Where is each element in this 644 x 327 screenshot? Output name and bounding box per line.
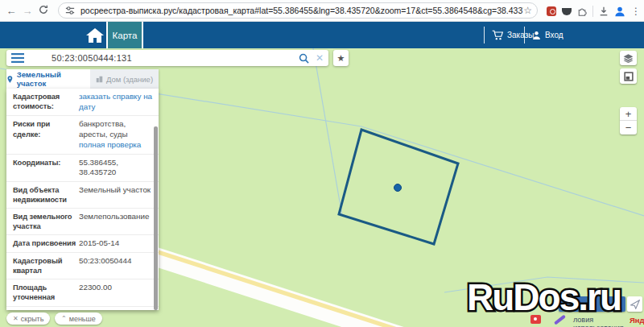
layers-icon <box>623 54 634 63</box>
reload-icon[interactable] <box>35 5 52 17</box>
favorite-button[interactable]: ★ <box>333 50 349 66</box>
legend-button[interactable] <box>620 68 637 84</box>
cadastral-boundary-line <box>313 48 342 216</box>
info-row-cadastral-quarter: Кадастровый квартал 50:23:0050444 <box>6 252 159 279</box>
pen-icon[interactable] <box>554 315 566 325</box>
download-icon[interactable] <box>599 6 609 16</box>
yandex-logo[interactable]: Яндекс <box>630 316 644 325</box>
tab-land-parcel[interactable]: Земельный участок <box>6 69 90 89</box>
map-action-button[interactable] <box>559 296 625 312</box>
extensions-puzzle-icon[interactable] <box>577 6 587 16</box>
parcel-info-panel: Кадастровая стоимость: заказать справку … <box>6 89 159 310</box>
info-row-assignment-date: Дата присвоения 2015-05-14 <box>6 234 159 252</box>
menu-hamburger-icon[interactable] <box>11 53 24 63</box>
tab-house-building[interactable]: Дом (здание) <box>90 69 159 89</box>
home-icon <box>85 27 105 43</box>
chevron-up-icon: ⌃ <box>61 315 67 322</box>
zoom-controls: + − <box>620 107 637 135</box>
share-location-button[interactable] <box>627 296 642 312</box>
hide-panel-button[interactable]: ✕ скрыть <box>6 313 50 325</box>
user-icon <box>532 31 541 39</box>
info-row-cadastral-value: Кадастровая стоимость: заказать справку … <box>6 89 159 115</box>
login-label: Вход <box>545 31 564 39</box>
navbar-divider <box>484 27 485 43</box>
browser-actions: ⋮ <box>547 0 641 22</box>
reload-glyph <box>39 5 48 14</box>
home-button[interactable] <box>85 27 105 43</box>
login-button[interactable]: Вход <box>527 22 568 48</box>
site-settings-icon[interactable] <box>65 6 75 15</box>
hide-label: скрыть <box>21 315 44 323</box>
building-icon <box>96 76 103 83</box>
extension-icon-dark[interactable] <box>562 8 572 15</box>
forward-icon[interactable]: → <box>19 5 35 17</box>
browser-toolbar: ← → росреестра-выписка.рус/кадастровая_к… <box>0 0 644 22</box>
info-row-area: Площадь уточненная 22300.00 <box>6 279 159 305</box>
collapse-panel-button[interactable]: ⌃ меньше <box>55 313 102 325</box>
tab-map[interactable]: Карта <box>106 22 143 48</box>
navbar-divider <box>524 27 525 43</box>
land-parcel-icon <box>6 75 14 84</box>
tab-house-label: Дом (здание) <box>106 75 153 84</box>
less-label: меньше <box>69 315 96 323</box>
toolbar-divider <box>592 6 593 17</box>
zoom-out-button[interactable]: − <box>620 121 637 135</box>
paper-plane-icon <box>630 300 640 309</box>
extension-icon-red[interactable] <box>547 6 556 16</box>
panel-scrollbar[interactable] <box>154 126 158 310</box>
attribution-badge-icon[interactable] <box>530 315 541 324</box>
search-icon[interactable] <box>299 53 309 64</box>
url-text[interactable]: росреестра-выписка.рус/кадастровая_карта… <box>80 6 523 15</box>
cadastral-boundary-line <box>444 277 644 292</box>
close-icon: ✕ <box>13 315 19 322</box>
full-check-link[interactable]: полная проверка <box>79 140 141 151</box>
address-bar[interactable]: росреестра-выписка.рус/кадастровая_карта… <box>58 2 538 19</box>
layers-button[interactable] <box>620 51 637 65</box>
browser-menu-icon[interactable]: ⋮ <box>631 6 641 17</box>
order-certificate-link[interactable]: заказать справку на дату <box>79 92 154 112</box>
legend-icon <box>624 72 634 81</box>
info-row-deal-risks: Риски при сделке: банкротства, аресты, с… <box>6 115 159 153</box>
search-bar[interactable]: 50:23:0050444:131 ✕ <box>6 50 328 66</box>
bookmark-star-icon[interactable]: ☆ <box>523 5 532 16</box>
back-icon[interactable]: ← <box>3 5 19 17</box>
info-row-coordinates: Координаты: 55.386455, 38.435720 <box>6 154 159 181</box>
clear-search-icon[interactable]: ✕ <box>316 52 324 64</box>
info-row-status: Статус Учтенный <box>6 306 159 311</box>
info-row-parcel-kind: Вид земельного участка Землепользование <box>6 208 159 234</box>
cadastral-map-page: ← → росреестра-выписка.рус/кадастровая_к… <box>0 0 644 327</box>
parcel-center-dot[interactable] <box>394 184 402 192</box>
profile-avatar-icon[interactable] <box>614 6 625 17</box>
search-input[interactable]: 50:23:0050444:131 <box>52 53 299 63</box>
cart-icon <box>492 30 503 40</box>
tab-land-label: Земельный участок <box>17 70 90 88</box>
site-navbar: Карта Заказы Вход <box>0 22 644 48</box>
object-type-tabs: Земельный участок Дом (здание) <box>6 69 159 89</box>
info-row-object-kind: Вид объекта недвижимости Земельный участ… <box>6 181 159 208</box>
zoom-in-button[interactable]: + <box>620 107 637 121</box>
